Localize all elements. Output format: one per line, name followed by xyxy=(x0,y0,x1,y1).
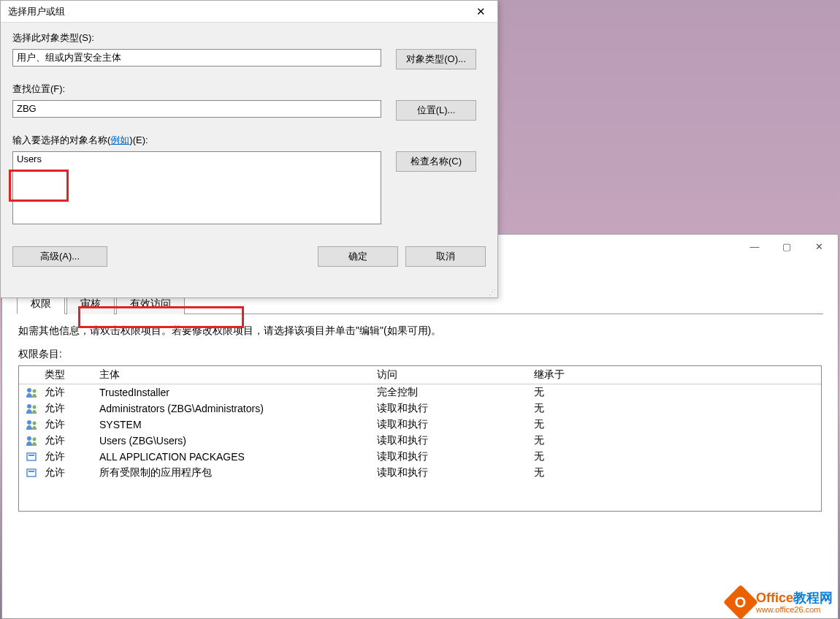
dialog-titlebar: 选择用户或组 ✕ xyxy=(1,1,497,23)
object-type-label: 选择此对象类型(S): xyxy=(12,31,486,45)
cell-inherit: 无 xyxy=(534,450,821,463)
svg-point-3 xyxy=(32,406,36,409)
object-types-button[interactable]: 对象类型(O)... xyxy=(396,49,476,69)
cell-principal: SYSTEM xyxy=(99,419,377,430)
location-field: ZBG xyxy=(12,100,381,118)
cell-type: 允许 xyxy=(45,402,99,415)
svg-point-4 xyxy=(27,420,31,425)
header-access[interactable]: 访问 xyxy=(377,368,534,381)
header-type[interactable]: 类型 xyxy=(45,368,99,381)
package-icon xyxy=(26,468,39,478)
cell-principal: Users (ZBG\Users) xyxy=(99,435,377,447)
users-icon xyxy=(26,419,39,430)
cell-principal: TrustedInstaller xyxy=(99,387,377,398)
cell-principal: 所有受限制的应用程序包 xyxy=(99,466,377,479)
svg-point-1 xyxy=(32,390,36,393)
permission-entries-label: 权限条目: xyxy=(18,348,822,361)
cell-type: 允许 xyxy=(45,386,99,399)
minimize-button[interactable]: — xyxy=(741,236,768,257)
cell-inherit: 无 xyxy=(534,386,821,399)
advanced-button[interactable]: 高级(A)... xyxy=(12,246,107,267)
cell-access: 读取和执行 xyxy=(377,466,534,479)
ok-button[interactable]: 确定 xyxy=(318,246,398,267)
locations-button[interactable]: 位置(L)... xyxy=(396,100,476,121)
svg-rect-9 xyxy=(28,455,34,456)
svg-rect-10 xyxy=(27,469,36,476)
cell-type: 允许 xyxy=(45,466,99,479)
table-row[interactable]: 允许Users (ZBG\Users)读取和执行无 xyxy=(19,433,821,449)
object-type-field: 用户、组或内置安全主体 xyxy=(12,49,381,67)
cell-access: 完全控制 xyxy=(377,386,534,399)
examples-link[interactable]: 例如 xyxy=(110,134,129,145)
header-principal[interactable]: 主体 xyxy=(99,368,377,381)
brand-logo: O Office教程网 www.office26.com xyxy=(728,590,833,615)
users-icon xyxy=(26,403,39,414)
close-icon[interactable]: ✕ xyxy=(465,1,497,23)
cell-access: 读取和执行 xyxy=(377,450,534,463)
table-row[interactable]: 允许Administrators (ZBG\Administrators)读取和… xyxy=(19,400,821,417)
cell-access: 读取和执行 xyxy=(377,434,534,447)
svg-point-2 xyxy=(27,404,31,409)
svg-rect-8 xyxy=(27,453,36,460)
cancel-button[interactable]: 取消 xyxy=(405,246,486,267)
table-row[interactable]: 允许SYSTEM读取和执行无 xyxy=(19,417,821,433)
cell-principal: ALL APPLICATION PACKAGES xyxy=(99,451,377,463)
close-button[interactable]: ✕ xyxy=(806,236,832,257)
table-row[interactable]: 允许TrustedInstaller完全控制无 xyxy=(19,384,821,400)
brand-badge: O xyxy=(723,585,758,619)
permission-header: 类型 主体 访问 继承于 xyxy=(19,366,821,384)
cell-type: 允许 xyxy=(45,450,99,463)
cell-inherit: 无 xyxy=(534,466,821,479)
cell-type: 允许 xyxy=(45,434,99,447)
svg-point-5 xyxy=(32,422,36,425)
object-names-input[interactable] xyxy=(12,151,381,224)
cell-inherit: 无 xyxy=(534,402,821,415)
header-inherit[interactable]: 继承于 xyxy=(534,368,821,381)
cell-type: 允许 xyxy=(45,418,99,431)
svg-point-0 xyxy=(27,388,31,392)
cell-access: 读取和执行 xyxy=(377,418,534,431)
users-icon xyxy=(26,387,39,398)
location-label: 查找位置(F): xyxy=(12,83,486,96)
table-row[interactable]: 允许所有受限制的应用程序包读取和执行无 xyxy=(19,465,821,481)
maximize-button[interactable]: ▢ xyxy=(774,236,800,257)
cell-principal: Administrators (ZBG\Administrators) xyxy=(99,403,377,414)
dialog-title: 选择用户或组 xyxy=(8,5,65,18)
cell-inherit: 无 xyxy=(534,434,821,447)
check-names-button[interactable]: 检查名称(C) xyxy=(396,151,476,172)
object-names-label: 输入要选择的对象名称(例如)(E): xyxy=(12,134,486,147)
svg-point-6 xyxy=(27,436,31,441)
permission-table: 类型 主体 访问 继承于 允许TrustedInstaller完全控制无允许Ad… xyxy=(18,365,822,512)
resize-grip[interactable]: ⋰ xyxy=(489,288,496,296)
table-row[interactable]: 允许ALL APPLICATION PACKAGES读取和执行无 xyxy=(19,449,821,465)
package-icon xyxy=(26,452,39,462)
select-user-group-dialog: 选择用户或组 ✕ 选择此对象类型(S): 用户、组或内置安全主体 对象类型(O)… xyxy=(0,0,498,298)
cell-access: 读取和执行 xyxy=(377,402,534,415)
svg-point-7 xyxy=(32,438,36,441)
svg-rect-11 xyxy=(28,471,34,472)
cell-inherit: 无 xyxy=(534,418,821,431)
tab-content: 如需其他信息，请双击权限项目。若要修改权限项目，请选择该项目并单击"编辑"(如果… xyxy=(2,314,838,522)
info-text: 如需其他信息，请双击权限项目。若要修改权限项目，请选择该项目并单击"编辑"(如果… xyxy=(18,324,822,338)
users-icon xyxy=(26,436,39,446)
